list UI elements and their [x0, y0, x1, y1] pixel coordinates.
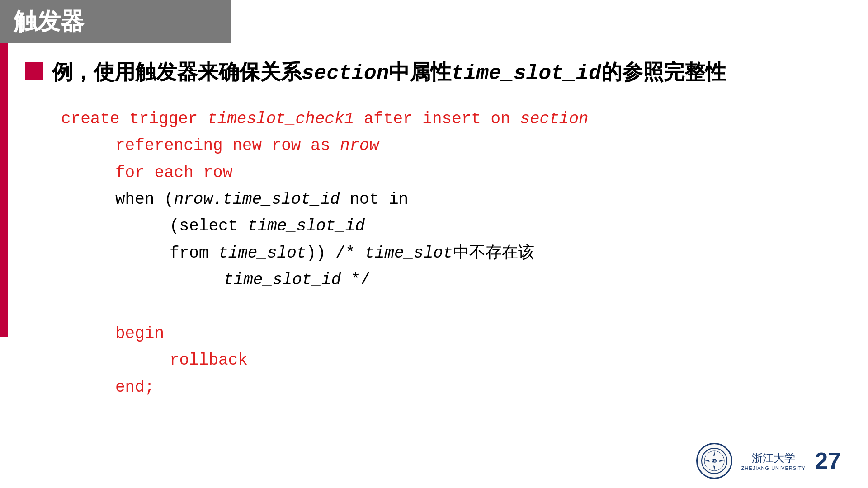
- code-line-10: end;: [61, 374, 841, 401]
- footer: ZJU 浙江大学 ZHEJIANG UNIVERSITY 27: [696, 443, 841, 479]
- code-line-9: rollback: [61, 347, 841, 374]
- code-nrow-ref: nrow.: [174, 190, 223, 209]
- bullet-italic2: time_slot_id: [451, 62, 601, 85]
- code-time-slot-table: time_slot: [218, 244, 306, 263]
- bullet-italic1: section: [302, 62, 389, 85]
- bullet-row: 例，使用触发器来确保关系section中属性time_slot_id的参照完整性: [25, 59, 841, 88]
- code-line-2: referencing new row as nrow: [61, 132, 841, 159]
- code-select: (select: [170, 217, 248, 235]
- code-table-section: section: [520, 110, 588, 128]
- university-name: 浙江大学 ZHEJIANG UNIVERSITY: [741, 451, 806, 471]
- code-end: end;: [115, 378, 154, 397]
- university-logo: ZJU: [696, 443, 732, 479]
- page-number: 27: [815, 447, 841, 474]
- svg-marker-3: [719, 460, 724, 462]
- code-when: when (: [115, 190, 174, 209]
- code-trigger-name: timeslot_check1: [208, 110, 354, 128]
- svg-marker-4: [713, 465, 715, 471]
- code-line-8: begin: [61, 320, 841, 347]
- bullet-checkbox-icon: [25, 62, 43, 80]
- logo-svg: ZJU: [701, 447, 728, 474]
- code-line-7: time_slot_id */: [61, 267, 841, 293]
- code-blank: [61, 294, 841, 320]
- header-bar: 触发器: [0, 0, 231, 43]
- code-keyword-referencing: referencing new row as: [115, 136, 340, 155]
- university-name-en: ZHEJIANG UNIVERSITY: [741, 465, 806, 471]
- svg-text:ZJU: ZJU: [711, 460, 717, 463]
- code-line-6: from time_slot)) /* time_slot中不存在该: [61, 240, 841, 267]
- slide-title: 触发器: [14, 6, 84, 38]
- code-paren-close: )) /*: [306, 244, 365, 263]
- code-keyword-for: for each row: [115, 164, 232, 182]
- bullet-text-suffix: 的参照完整性: [601, 60, 726, 84]
- university-name-zh: 浙江大学: [741, 451, 806, 465]
- code-time-slot-id-select: time_slot_id: [248, 217, 365, 235]
- code-comment-close: */: [341, 271, 370, 289]
- svg-marker-5: [704, 460, 710, 462]
- bullet-text-prefix: 例，使用触发器来确保关系: [52, 60, 302, 84]
- bullet-text: 例，使用触发器来确保关系section中属性time_slot_id的参照完整性: [52, 59, 726, 88]
- main-content: 例，使用触发器来确保关系section中属性time_slot_id的参照完整性…: [25, 59, 841, 443]
- bullet-text-mid: 中属性: [389, 60, 451, 84]
- left-accent-bar: [0, 43, 8, 337]
- code-rollback: rollback: [170, 351, 248, 370]
- code-line-5: (select time_slot_id: [61, 213, 841, 239]
- code-keyword-after: after insert on: [354, 110, 520, 128]
- code-comment-text: 中不存在该: [453, 244, 534, 263]
- code-keyword-create: create trigger: [61, 110, 208, 128]
- code-comment-time-slot: time_slot: [365, 244, 453, 263]
- code-comment-time-slot-id: time_slot_id: [224, 271, 341, 289]
- code-line-1: create trigger timeslot_check1 after ins…: [61, 106, 841, 132]
- code-nrow: nrow: [340, 136, 379, 155]
- code-begin: begin: [115, 324, 164, 343]
- svg-marker-2: [713, 451, 715, 456]
- code-not-in: not in: [340, 190, 408, 209]
- code-time-slot-id-ref: time_slot_id: [223, 190, 340, 209]
- code-from: from: [170, 244, 218, 263]
- code-line-3: for each row: [61, 160, 841, 186]
- code-line-4: when (nrow.time_slot_id not in: [61, 186, 841, 213]
- code-block: create trigger timeslot_check1 after ins…: [61, 106, 841, 401]
